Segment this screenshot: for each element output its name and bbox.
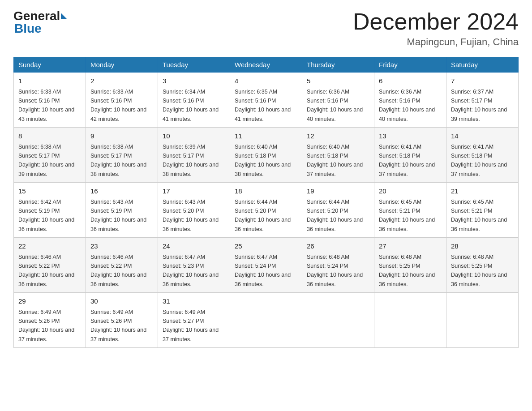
calendar-cell: 9Sunrise: 6:38 AMSunset: 5:17 PMDaylight… — [86, 128, 158, 183]
day-info: Sunrise: 6:33 AMSunset: 5:16 PMDaylight:… — [90, 89, 146, 122]
calendar-cell: 18Sunrise: 6:44 AMSunset: 5:20 PMDayligh… — [230, 183, 302, 238]
calendar-cell: 10Sunrise: 6:39 AMSunset: 5:17 PMDayligh… — [158, 128, 230, 183]
day-info: Sunrise: 6:48 AMSunset: 5:25 PMDaylight:… — [451, 254, 507, 287]
day-number: 28 — [451, 241, 514, 252]
day-number: 21 — [451, 186, 514, 197]
day-number: 3 — [163, 76, 225, 86]
calendar-week-row: 1Sunrise: 6:33 AMSunset: 5:16 PMDaylight… — [14, 73, 519, 128]
calendar-cell: 16Sunrise: 6:43 AMSunset: 5:19 PMDayligh… — [86, 183, 158, 238]
col-header-saturday: Saturday — [446, 57, 519, 73]
calendar-week-row: 22Sunrise: 6:46 AMSunset: 5:22 PMDayligh… — [14, 238, 519, 293]
day-info: Sunrise: 6:40 AMSunset: 5:18 PMDaylight:… — [307, 144, 363, 177]
day-number: 2 — [90, 76, 153, 86]
day-info: Sunrise: 6:35 AMSunset: 5:16 PMDaylight:… — [235, 89, 291, 122]
day-info: Sunrise: 6:48 AMSunset: 5:24 PMDaylight:… — [307, 254, 363, 287]
day-info: Sunrise: 6:48 AMSunset: 5:25 PMDaylight:… — [379, 254, 435, 287]
calendar-week-row: 8Sunrise: 6:38 AMSunset: 5:17 PMDaylight… — [14, 128, 519, 183]
calendar-cell — [302, 293, 374, 348]
day-info: Sunrise: 6:38 AMSunset: 5:17 PMDaylight:… — [90, 144, 146, 177]
day-info: Sunrise: 6:45 AMSunset: 5:21 PMDaylight:… — [379, 199, 435, 232]
day-number: 6 — [379, 76, 442, 86]
day-number: 20 — [379, 186, 442, 197]
day-number: 23 — [90, 241, 153, 252]
day-number: 29 — [18, 296, 81, 307]
calendar-cell — [374, 293, 446, 348]
day-info: Sunrise: 6:40 AMSunset: 5:18 PMDaylight:… — [235, 144, 291, 177]
day-number: 9 — [90, 131, 153, 141]
calendar-week-row: 29Sunrise: 6:49 AMSunset: 5:26 PMDayligh… — [14, 293, 519, 348]
day-info: Sunrise: 6:33 AMSunset: 5:16 PMDaylight:… — [18, 89, 74, 122]
day-info: Sunrise: 6:49 AMSunset: 5:26 PMDaylight:… — [18, 309, 74, 342]
day-info: Sunrise: 6:47 AMSunset: 5:24 PMDaylight:… — [235, 254, 291, 287]
day-info: Sunrise: 6:43 AMSunset: 5:19 PMDaylight:… — [90, 199, 146, 232]
day-info: Sunrise: 6:44 AMSunset: 5:20 PMDaylight:… — [235, 199, 291, 232]
calendar-table: SundayMondayTuesdayWednesdayThursdayFrid… — [13, 57, 519, 348]
col-header-friday: Friday — [374, 57, 446, 73]
day-info: Sunrise: 6:37 AMSunset: 5:17 PMDaylight:… — [451, 89, 507, 122]
day-info: Sunrise: 6:36 AMSunset: 5:16 PMDaylight:… — [307, 89, 363, 122]
calendar-cell: 4Sunrise: 6:35 AMSunset: 5:16 PMDaylight… — [230, 73, 302, 128]
day-number: 30 — [90, 296, 153, 307]
day-number: 12 — [307, 131, 369, 141]
day-number: 24 — [163, 241, 225, 252]
calendar-cell: 23Sunrise: 6:46 AMSunset: 5:22 PMDayligh… — [86, 238, 158, 293]
calendar-cell: 17Sunrise: 6:43 AMSunset: 5:20 PMDayligh… — [158, 183, 230, 238]
day-info: Sunrise: 6:38 AMSunset: 5:17 PMDaylight:… — [18, 144, 74, 177]
day-info: Sunrise: 6:34 AMSunset: 5:16 PMDaylight:… — [163, 89, 219, 122]
day-info: Sunrise: 6:46 AMSunset: 5:22 PMDaylight:… — [18, 254, 74, 287]
day-info: Sunrise: 6:41 AMSunset: 5:18 PMDaylight:… — [379, 144, 435, 177]
day-number: 19 — [307, 186, 369, 197]
day-info: Sunrise: 6:41 AMSunset: 5:18 PMDaylight:… — [451, 144, 507, 177]
calendar-cell: 22Sunrise: 6:46 AMSunset: 5:22 PMDayligh… — [14, 238, 86, 293]
calendar-cell: 13Sunrise: 6:41 AMSunset: 5:18 PMDayligh… — [374, 128, 446, 183]
day-info: Sunrise: 6:49 AMSunset: 5:26 PMDaylight:… — [90, 309, 146, 342]
calendar-cell: 12Sunrise: 6:40 AMSunset: 5:18 PMDayligh… — [302, 128, 374, 183]
calendar-cell: 7Sunrise: 6:37 AMSunset: 5:17 PMDaylight… — [446, 73, 519, 128]
calendar-cell: 25Sunrise: 6:47 AMSunset: 5:24 PMDayligh… — [230, 238, 302, 293]
day-number: 25 — [235, 241, 297, 252]
day-info: Sunrise: 6:42 AMSunset: 5:19 PMDaylight:… — [18, 199, 74, 232]
calendar-cell — [446, 293, 519, 348]
day-number: 18 — [235, 186, 297, 197]
calendar-cell: 26Sunrise: 6:48 AMSunset: 5:24 PMDayligh… — [302, 238, 374, 293]
calendar-cell — [230, 293, 302, 348]
day-number: 11 — [235, 131, 297, 141]
day-info: Sunrise: 6:47 AMSunset: 5:23 PMDaylight:… — [163, 254, 219, 287]
day-number: 31 — [163, 296, 225, 307]
day-number: 22 — [18, 241, 81, 252]
calendar-cell: 6Sunrise: 6:36 AMSunset: 5:16 PMDaylight… — [374, 73, 446, 128]
day-info: Sunrise: 6:45 AMSunset: 5:21 PMDaylight:… — [451, 199, 507, 232]
day-number: 7 — [451, 76, 514, 86]
day-info: Sunrise: 6:49 AMSunset: 5:27 PMDaylight:… — [163, 309, 219, 342]
col-header-sunday: Sunday — [14, 57, 86, 73]
calendar-cell: 11Sunrise: 6:40 AMSunset: 5:18 PMDayligh… — [230, 128, 302, 183]
calendar-cell: 8Sunrise: 6:38 AMSunset: 5:17 PMDaylight… — [14, 128, 86, 183]
calendar-cell: 31Sunrise: 6:49 AMSunset: 5:27 PMDayligh… — [158, 293, 230, 348]
day-number: 26 — [307, 241, 369, 252]
calendar-cell: 3Sunrise: 6:34 AMSunset: 5:16 PMDaylight… — [158, 73, 230, 128]
calendar-cell: 21Sunrise: 6:45 AMSunset: 5:21 PMDayligh… — [446, 183, 519, 238]
calendar-cell: 24Sunrise: 6:47 AMSunset: 5:23 PMDayligh… — [158, 238, 230, 293]
calendar-cell: 27Sunrise: 6:48 AMSunset: 5:25 PMDayligh… — [374, 238, 446, 293]
calendar-header-row: SundayMondayTuesdayWednesdayThursdayFrid… — [14, 57, 519, 73]
day-number: 5 — [307, 76, 369, 86]
day-number: 14 — [451, 131, 514, 141]
day-info: Sunrise: 6:39 AMSunset: 5:17 PMDaylight:… — [163, 144, 219, 177]
logo-blue-text: Blue — [13, 21, 42, 36]
col-header-wednesday: Wednesday — [230, 57, 302, 73]
day-number: 13 — [379, 131, 442, 141]
page-header: General Blue December 2024 Mapingcun, Fu… — [13, 9, 519, 48]
col-header-monday: Monday — [86, 57, 158, 73]
calendar-cell: 14Sunrise: 6:41 AMSunset: 5:18 PMDayligh… — [446, 128, 519, 183]
calendar-cell: 5Sunrise: 6:36 AMSunset: 5:16 PMDaylight… — [302, 73, 374, 128]
calendar-cell: 15Sunrise: 6:42 AMSunset: 5:19 PMDayligh… — [14, 183, 86, 238]
day-number: 4 — [235, 76, 297, 86]
calendar-cell: 29Sunrise: 6:49 AMSunset: 5:26 PMDayligh… — [14, 293, 86, 348]
day-number: 10 — [163, 131, 225, 141]
day-number: 15 — [18, 186, 81, 197]
day-number: 16 — [90, 186, 153, 197]
calendar-cell: 20Sunrise: 6:45 AMSunset: 5:21 PMDayligh… — [374, 183, 446, 238]
col-header-thursday: Thursday — [302, 57, 374, 73]
day-info: Sunrise: 6:44 AMSunset: 5:20 PMDaylight:… — [307, 199, 363, 232]
calendar-week-row: 15Sunrise: 6:42 AMSunset: 5:19 PMDayligh… — [14, 183, 519, 238]
